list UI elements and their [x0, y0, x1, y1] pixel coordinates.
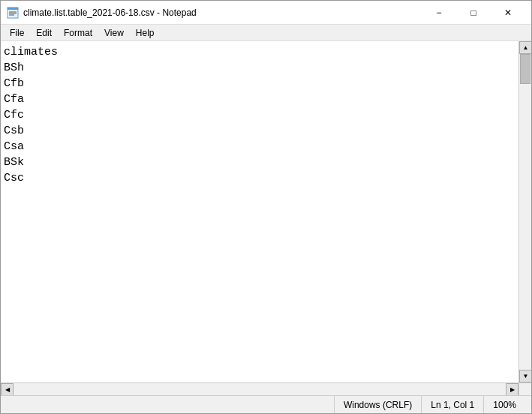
menu-help[interactable]: Help: [130, 26, 161, 40]
svg-rect-1: [8, 8, 18, 10]
scroll-track-v[interactable]: [519, 54, 531, 370]
scroll-track-h[interactable]: [14, 383, 506, 395]
status-zoom: 100%: [484, 396, 525, 413]
scroll-left-button[interactable]: ◀: [1, 383, 14, 396]
scroll-thumb-v[interactable]: [520, 54, 530, 84]
menu-bar: File Edit Format View Help: [1, 25, 531, 41]
menu-edit[interactable]: Edit: [30, 26, 58, 40]
close-button[interactable]: ✕: [491, 1, 525, 25]
notepad-window: climate.list.table_2021-06-18.csv - Note…: [0, 0, 532, 414]
menu-view[interactable]: View: [98, 26, 130, 40]
scroll-up-button[interactable]: ▲: [519, 41, 531, 54]
app-icon: [7, 7, 19, 19]
status-position: Ln 1, Col 1: [422, 396, 484, 413]
status-bar: Windows (CRLF) Ln 1, Col 1 100%: [1, 395, 531, 413]
content-area: climates BSh Cfb Cfa Cfc Csb Csa BSk Csc…: [1, 41, 531, 382]
window-title: climate.list.table_2021-06-18.csv - Note…: [23, 8, 422, 18]
window-controls: − □ ✕: [422, 1, 525, 25]
scroll-right-button[interactable]: ▶: [506, 383, 518, 396]
scrollbar-corner: [518, 383, 531, 396]
status-line-ending: Windows (CRLF): [335, 396, 422, 413]
vertical-scrollbar: ▲ ▼: [518, 41, 531, 382]
title-bar: climate.list.table_2021-06-18.csv - Note…: [1, 1, 531, 25]
menu-format[interactable]: Format: [58, 26, 98, 40]
text-editor[interactable]: climates BSh Cfb Cfa Cfc Csb Csa BSk Csc: [1, 41, 518, 382]
maximize-button[interactable]: □: [456, 1, 491, 25]
scroll-down-button[interactable]: ▼: [519, 370, 531, 382]
status-empty: [7, 396, 335, 413]
minimize-button[interactable]: −: [422, 1, 456, 25]
menu-file[interactable]: File: [4, 26, 30, 40]
horizontal-scrollbar: ◀ ▶: [1, 382, 531, 395]
